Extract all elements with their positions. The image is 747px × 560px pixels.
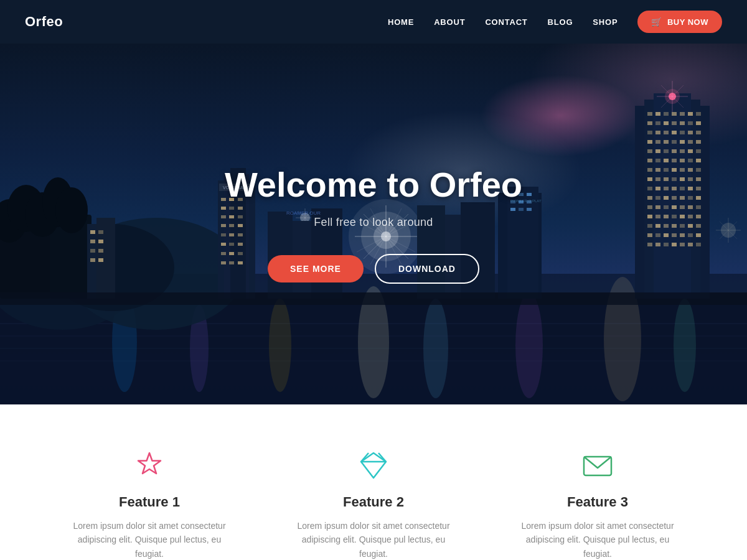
nav-item-home[interactable]: HOME [388,16,414,27]
svg-rect-152 [680,177,685,181]
svg-rect-126 [696,140,701,144]
svg-rect-131 [680,149,685,153]
svg-rect-149 [655,177,660,181]
svg-rect-112 [696,121,701,125]
feature-icon-3 [510,448,685,483]
nav-item-about[interactable]: ABOUT [434,16,465,27]
nav-link-home[interactable]: HOME [388,17,414,27]
feature-title-1: Feature 1 [62,494,237,510]
svg-rect-143 [664,168,669,172]
svg-rect-118 [688,131,693,134]
svg-rect-182 [696,215,701,218]
svg-rect-147 [696,168,701,172]
svg-rect-116 [672,131,677,134]
svg-rect-159 [680,187,685,190]
svg-rect-117 [680,131,685,134]
star-icon [132,448,167,483]
svg-rect-101 [664,112,669,116]
svg-rect-104 [688,112,693,116]
svg-rect-124 [680,140,685,144]
svg-rect-151 [672,177,677,181]
svg-rect-129 [664,149,669,153]
svg-rect-141 [647,168,652,172]
svg-rect-133 [696,149,701,153]
svg-rect-154 [696,177,701,181]
svg-rect-170 [655,205,660,209]
svg-point-27 [55,187,88,233]
svg-rect-193 [672,233,677,237]
svg-rect-135 [655,159,660,162]
feature-text-2: Lorem ipsum dolor sit amet consectetur a… [286,519,461,560]
diamond-icon [356,448,391,483]
envelope-icon [580,448,615,483]
hero-section: VOLKSBANK [0,44,747,404]
nav-link-blog[interactable]: BLOG [548,17,573,27]
svg-rect-30 [90,230,95,234]
svg-rect-219 [527,208,532,211]
svg-rect-106 [647,121,652,125]
svg-rect-189 [696,224,701,228]
feature-icon-2 [286,448,461,483]
svg-rect-150 [664,177,669,181]
svg-rect-125 [688,140,693,144]
svg-point-8 [269,299,291,392]
svg-rect-99 [647,112,652,116]
svg-rect-153 [688,177,693,181]
svg-rect-199 [664,243,669,246]
svg-rect-163 [655,196,660,200]
nav-link-contact[interactable]: CONTACT [485,17,527,27]
svg-rect-187 [680,224,685,228]
svg-rect-184 [655,224,660,228]
svg-rect-174 [688,205,693,209]
svg-rect-198 [655,243,660,246]
hero-buttons: SEE MORE DOWNLOAD [225,254,522,284]
svg-rect-37 [98,258,103,262]
nav-item-buy[interactable]: 🛒 BUY NOW [637,11,722,33]
svg-rect-171 [664,205,669,209]
svg-rect-136 [664,159,669,162]
navbar: Orfeo HOME ABOUT CONTACT BLOG SHOP 🛒 BUY… [0,0,747,44]
svg-rect-128 [655,149,660,153]
svg-rect-33 [98,240,103,243]
svg-rect-162 [647,196,652,200]
nav-link-shop[interactable]: SHOP [593,17,618,27]
svg-rect-160 [688,187,693,190]
hero-content: Welcome to Orfeo Fell free to look aroun… [225,164,522,284]
svg-rect-203 [696,243,701,246]
see-more-button[interactable]: SEE MORE [268,255,364,282]
svg-rect-138 [680,159,685,162]
svg-rect-127 [647,149,652,153]
svg-rect-220 [0,292,747,305]
feature-title-2: Feature 2 [286,494,461,510]
svg-rect-167 [688,196,693,200]
feature-icon-1 [62,448,237,483]
svg-rect-137 [672,159,677,162]
svg-rect-172 [672,205,677,209]
nav-item-contact[interactable]: CONTACT [485,16,527,27]
svg-rect-180 [680,215,685,218]
nav-link-about[interactable]: ABOUT [434,17,465,27]
svg-rect-192 [664,233,669,237]
svg-rect-130 [672,149,677,153]
feature-text-3: Lorem ipsum dolor sit amet consectetur a… [510,519,685,560]
hero-subtitle: Fell free to look around [225,216,522,229]
svg-rect-111 [688,121,693,125]
svg-rect-142 [655,168,660,172]
brand-logo[interactable]: Orfeo [25,14,63,30]
svg-rect-183 [647,224,652,228]
download-button[interactable]: DOWNLOAD [375,254,479,284]
svg-rect-161 [696,187,701,190]
svg-rect-123 [672,140,677,144]
svg-rect-110 [680,121,685,125]
svg-rect-195 [688,233,693,237]
svg-rect-35 [98,249,103,253]
svg-rect-36 [90,258,95,262]
hero-title: Welcome to Orfeo [225,164,522,205]
svg-rect-188 [688,224,693,228]
nav-item-blog[interactable]: BLOG [548,16,573,27]
svg-rect-155 [647,187,652,190]
svg-rect-140 [696,159,701,162]
nav-item-shop[interactable]: SHOP [593,16,618,27]
svg-rect-113 [647,131,652,134]
buy-now-button[interactable]: 🛒 BUY NOW [637,11,722,33]
